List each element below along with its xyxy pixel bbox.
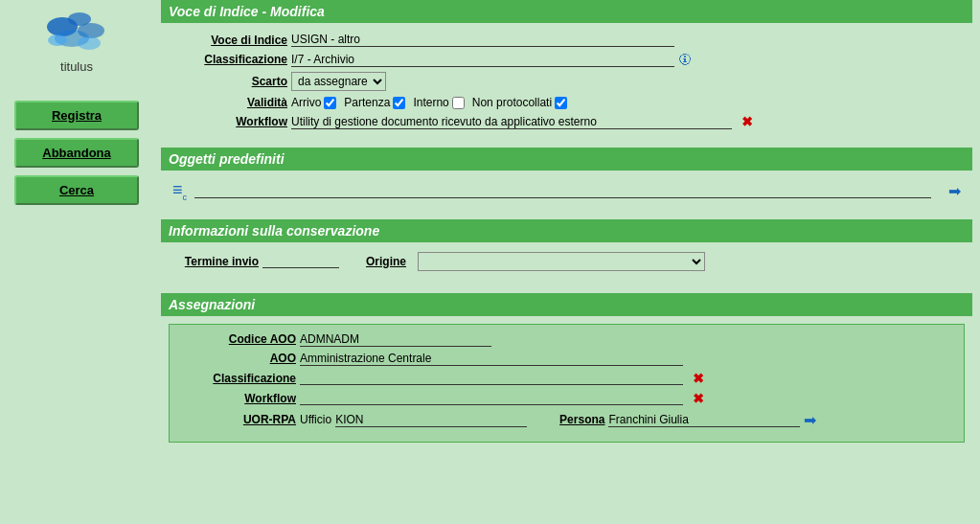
uor-rpa-arrow-icon[interactable]: ➡ — [804, 411, 816, 429]
aoo-input[interactable] — [300, 352, 683, 366]
svg-point-4 — [48, 34, 67, 46]
persona-label: Persona — [547, 413, 604, 426]
scarto-label: Scarto — [172, 75, 287, 88]
aoo-label: AOO — [181, 352, 296, 365]
row-aoo: AOO — [181, 352, 952, 366]
assegnazioni-area: Codice AOO AOO Classificazione ✖ Workflo… — [161, 320, 972, 446]
logo-area: titulus — [43, 10, 110, 74]
ufficio-label: Ufficio — [300, 413, 331, 426]
origine-select[interactable] — [418, 252, 705, 271]
arrivo-checkbox-label[interactable]: Arrivo — [291, 96, 336, 109]
row-workflow: Workflow ✖ — [172, 114, 961, 129]
form-area-voce: Voce di Indice Classificazione 🛈 Scarto … — [161, 27, 972, 140]
registra-button[interactable]: Registra — [14, 101, 139, 130]
arrivo-label: Arrivo — [291, 96, 321, 109]
scarto-select[interactable]: da assegnare sì no — [291, 72, 386, 91]
interno-checkbox-label[interactable]: Interno — [413, 96, 464, 109]
section-header-assegnazioni: Assegnazioni — [161, 293, 972, 316]
non-protocollati-checkbox-label[interactable]: Non protocollati — [472, 96, 567, 109]
row-assegn-workflow: Workflow ✖ — [181, 391, 952, 406]
section-header-voce: Voce di Indice - Modifica — [161, 0, 972, 23]
oggetti-area: ≡c ➡ — [161, 174, 972, 208]
row-codice-aoo: Codice AOO — [181, 332, 952, 347]
persona-input[interactable] — [608, 413, 800, 427]
row-validita: Validità Arrivo Partenza Interno Non pro… — [172, 96, 961, 109]
validita-checkboxes: Arrivo Partenza Interno Non protocollati — [291, 96, 567, 109]
row-conservazione: Termine invio Origine — [172, 252, 961, 271]
row-scarto: Scarto da assegnare sì no — [172, 72, 961, 91]
row-classificazione: Classificazione 🛈 — [172, 52, 961, 67]
assegn-workflow-label: Workflow — [181, 392, 296, 405]
origine-label: Origine — [366, 255, 414, 268]
section-header-conservazione: Informazioni sulla conservazione — [161, 219, 972, 242]
termine-invio-input[interactable] — [262, 254, 339, 268]
voce-di-indice-input[interactable] — [291, 33, 674, 47]
ufficio-input[interactable] — [335, 413, 527, 427]
codice-aoo-label: Codice AOO — [181, 332, 296, 346]
workflow-label: Workflow — [172, 115, 287, 128]
validita-label: Validità — [172, 96, 287, 109]
assegn-classificazione-delete-btn[interactable]: ✖ — [693, 371, 704, 386]
non-protocollati-label: Non protocollati — [472, 96, 552, 109]
partenza-label: Partenza — [344, 96, 390, 109]
classificazione-icon[interactable]: 🛈 — [678, 52, 692, 67]
termine-invio-label: Termine invio — [172, 255, 259, 268]
svg-point-5 — [78, 36, 101, 50]
partenza-checkbox-label[interactable]: Partenza — [344, 96, 405, 109]
sidebar: titulus Registra Abbandona Cerca — [0, 0, 153, 524]
classificazione-label: Classificazione — [172, 53, 287, 66]
assegnazioni-inner: Codice AOO AOO Classificazione ✖ Workflo… — [169, 324, 965, 443]
cerca-button[interactable]: Cerca — [14, 175, 139, 205]
voce-di-indice-label: Voce di Indice — [172, 34, 287, 47]
assegn-workflow-delete-btn[interactable]: ✖ — [693, 391, 704, 406]
assegn-classificazione-input[interactable] — [300, 371, 683, 385]
row-voce-di-indice: Voce di Indice — [172, 33, 961, 47]
non-protocollati-checkbox[interactable] — [555, 97, 567, 109]
main-content: Voce di Indice - Modifica Voce di Indice… — [153, 0, 980, 524]
row-uor-rpa: UOR-RPA Ufficio Persona ➡ — [181, 411, 952, 429]
logo-text: titulus — [60, 59, 93, 74]
arrivo-checkbox[interactable] — [324, 97, 336, 109]
workflow-input[interactable] — [291, 115, 732, 129]
abbandona-button[interactable]: Abbandona — [14, 138, 139, 168]
logo-icon — [43, 10, 110, 57]
uor-rpa-label: UOR-RPA — [181, 413, 296, 426]
oggetti-input[interactable] — [194, 184, 931, 198]
section-header-oggetti: Oggetti predefiniti — [161, 148, 972, 171]
oggetti-arrow-icon[interactable]: ➡ — [948, 182, 961, 200]
assegn-workflow-input[interactable] — [300, 391, 683, 405]
classificazione-input[interactable] — [291, 53, 674, 67]
workflow-delete-btn[interactable]: ✖ — [741, 114, 753, 129]
row-assegn-classificazione: Classificazione ✖ — [181, 371, 952, 386]
conserv-area: Termine invio Origine — [161, 246, 972, 282]
partenza-checkbox[interactable] — [393, 97, 405, 109]
assegn-classificazione-label: Classificazione — [181, 372, 296, 385]
interno-label: Interno — [413, 96, 448, 109]
codice-aoo-input[interactable] — [300, 332, 491, 347]
oggetti-add-icon[interactable]: ≡c — [172, 180, 187, 202]
interno-checkbox[interactable] — [452, 97, 465, 109]
